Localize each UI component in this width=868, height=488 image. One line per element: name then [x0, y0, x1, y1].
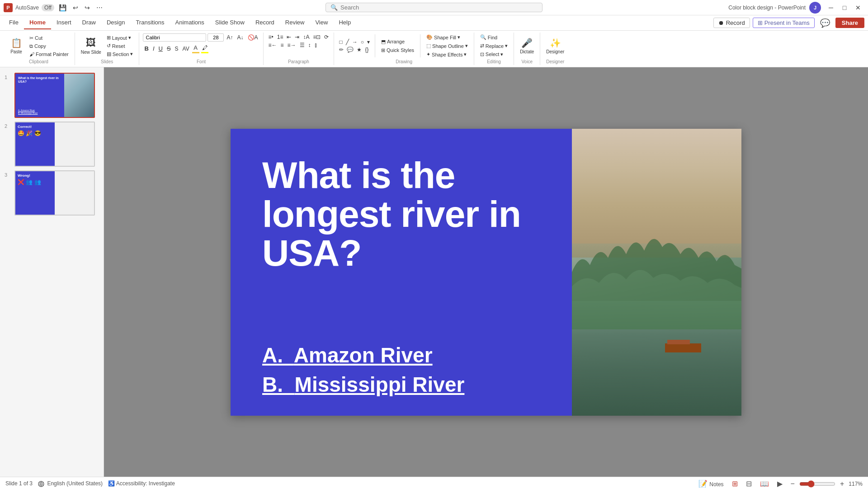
reading-view-button[interactable]: 📖 — [758, 479, 771, 488]
decrease-indent-button[interactable]: ⇤ — [285, 33, 292, 41]
svg-point-0 — [38, 481, 44, 487]
zoom-in-button[interactable]: + — [838, 479, 846, 488]
rectangle-shape[interactable]: □ — [338, 38, 344, 46]
numbered-list-button[interactable]: 1≡ — [276, 33, 285, 41]
replace-button[interactable]: ⇄ Replace ▾ — [478, 42, 510, 50]
drawing-sub: ⬒ Arrange ⊞ Quick Styles — [379, 38, 416, 54]
clipboard-group: 📋 Paste ✂ Cut ⧉ Copy 🖌 Format Painter Cl… — [3, 33, 75, 65]
slide-thumb-1[interactable]: 1 What is the longest river in USA? A. A… — [0, 71, 104, 120]
shrink-font-button[interactable]: A↓ — [236, 34, 245, 41]
font-size-input[interactable] — [208, 33, 224, 42]
justify-button[interactable]: ☰ — [298, 42, 306, 49]
maximize-button[interactable]: □ — [838, 3, 851, 13]
callout-shape[interactable]: 💬 — [345, 46, 355, 53]
present-teams-button[interactable]: ⊞ Present in Teams — [753, 18, 815, 28]
slide-thumb-3[interactable]: 3 Wrong! ❌ 👥 👥 — [0, 169, 104, 217]
shape-outline-button[interactable]: ⬚ Shape Outline ▾ — [424, 42, 470, 50]
slide-thumb-2[interactable]: 2 Correct! 🤩 🎉 😎 — [0, 120, 104, 169]
tab-insert[interactable]: Insert — [51, 16, 77, 29]
record-button[interactable]: ⏺ Record — [713, 18, 750, 28]
normal-view-button[interactable]: ⊞ — [730, 479, 740, 488]
more-shapes[interactable]: ▾ — [366, 38, 371, 46]
accessibility-status[interactable]: ♿ Accessibility: Investigate — [108, 480, 175, 487]
italic-button[interactable]: I — [151, 45, 156, 52]
quick-styles-button[interactable]: ⊞ Quick Styles — [379, 47, 416, 54]
tab-view[interactable]: View — [310, 16, 333, 29]
align-text-button[interactable]: ≡⊡ — [311, 33, 322, 41]
align-right-button[interactable]: ≡→ — [286, 42, 297, 49]
redo-button[interactable]: ↪ — [83, 3, 92, 12]
close-button[interactable]: ✕ — [852, 3, 864, 13]
notes-button[interactable]: 📝 Notes — [697, 479, 726, 488]
paste-button[interactable]: 📋 Paste — [6, 36, 26, 56]
zoom-out-button[interactable]: − — [789, 479, 797, 488]
format-painter-button[interactable]: 🖌 Format Painter — [27, 51, 71, 58]
tab-design[interactable]: Design — [101, 16, 130, 29]
shape-fill-button[interactable]: 🎨 Shape Fill ▾ — [424, 33, 470, 41]
clear-format-button[interactable]: 🚫A — [246, 34, 259, 41]
shadow-button[interactable]: S — [174, 45, 180, 52]
section-button[interactable]: ▤ Section ▾ — [104, 50, 136, 58]
tab-slideshow[interactable]: Slide Show — [210, 16, 250, 29]
text-direction-button[interactable]: ↕A — [302, 33, 311, 41]
find-button[interactable]: 🔍 Find — [478, 33, 510, 41]
tab-record[interactable]: Record — [250, 16, 280, 29]
bullets-button[interactable]: ≡• — [267, 33, 275, 41]
cut-button[interactable]: ✂ Cut — [27, 34, 71, 42]
shape-effects-button[interactable]: ✦ Shape Effects ▾ — [424, 51, 470, 58]
oval-shape[interactable]: ○ — [359, 38, 365, 46]
undo-button[interactable]: ↩ — [71, 3, 80, 12]
freeform-shape[interactable]: ✏ — [338, 46, 345, 53]
share-button[interactable]: Share — [835, 18, 864, 28]
slide-canvas[interactable]: What is the longest river in USA? A. Ama… — [231, 129, 741, 416]
strikethrough-button[interactable]: S — [165, 45, 172, 52]
autosave-toggle[interactable]: Off — [42, 4, 54, 11]
zoom-slider[interactable] — [799, 480, 835, 488]
copy-button[interactable]: ⧉ Copy — [27, 42, 71, 50]
search-bar[interactable]: 🔍 — [326, 3, 542, 12]
slideshow-button[interactable]: ▶ — [775, 479, 784, 488]
tab-help[interactable]: Help — [333, 16, 356, 29]
search-input[interactable] — [340, 4, 538, 11]
align-left-button[interactable]: ≡← — [267, 42, 278, 49]
arrange-button[interactable]: ⬒ Arrange — [379, 38, 416, 46]
convert-smartart-button[interactable]: ⟳ — [323, 33, 330, 41]
select-button[interactable]: ⊡ Select ▾ — [478, 51, 510, 58]
font-color-button[interactable]: A — [192, 44, 199, 52]
bold-button[interactable]: B — [143, 45, 150, 52]
comment-button[interactable]: 💬 — [817, 17, 833, 29]
cut-label: Cut — [35, 35, 42, 41]
slide-2-right — [55, 122, 94, 166]
shapes-row-2: ✏ 💬 ★ {} — [338, 46, 371, 53]
tab-file[interactable]: File — [4, 16, 24, 29]
minimize-button[interactable]: ─ — [825, 3, 837, 13]
drawing-group: □ ╱ → ○ ▾ ✏ 💬 ★ {} ⬒ Arrange — [334, 33, 474, 65]
columns-button[interactable]: ⫿ — [313, 42, 319, 49]
line-shape[interactable]: ╱ — [344, 38, 350, 46]
save-button[interactable]: 💾 — [57, 3, 68, 12]
equation-shape[interactable]: {} — [363, 46, 370, 53]
designer-button[interactable]: ✨ Designer — [544, 36, 566, 56]
dictate-button[interactable]: 🎤 Dictate — [518, 36, 536, 56]
star-shape[interactable]: ★ — [355, 46, 363, 53]
tab-animations[interactable]: Animations — [170, 16, 210, 29]
underline-button[interactable]: U — [157, 45, 164, 52]
tab-review[interactable]: Review — [280, 16, 310, 29]
align-center-button[interactable]: ≡ — [279, 42, 285, 49]
layout-button[interactable]: ⊞ Layout ▾ — [104, 34, 136, 42]
highlight-button[interactable]: 🖍 — [201, 44, 209, 52]
char-spacing-button[interactable]: AV — [181, 45, 191, 52]
font-name-input[interactable] — [143, 33, 206, 42]
line-spacing-button[interactable]: ↕ — [307, 42, 312, 49]
new-slide-button[interactable]: 🖼 New Slide — [79, 36, 104, 56]
tab-transitions[interactable]: Transitions — [130, 16, 170, 29]
arrow-shape[interactable]: → — [351, 38, 359, 46]
grow-font-button[interactable]: A↑ — [225, 34, 234, 41]
tab-draw[interactable]: Draw — [77, 16, 101, 29]
canvas-left: What is the longest river in USA? A. Ama… — [231, 129, 572, 416]
tab-home[interactable]: Home — [24, 16, 51, 29]
customize-button[interactable]: ⋯ — [94, 3, 104, 12]
reset-button[interactable]: ↺ Reset — [104, 42, 136, 50]
increase-indent-button[interactable]: ⇥ — [293, 33, 301, 41]
slide-sorter-button[interactable]: ⊟ — [744, 479, 754, 488]
